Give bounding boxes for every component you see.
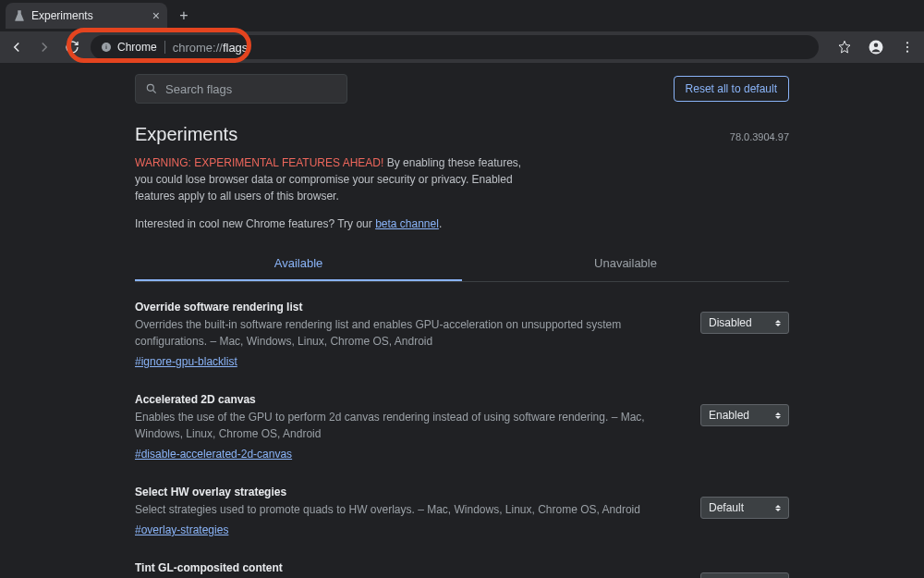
flag-text: Select HW overlay strategiesSelect strat… bbox=[135, 486, 686, 537]
flag-title: Accelerated 2D canvas bbox=[135, 393, 686, 406]
flag-link[interactable]: #ignore-gpu-blacklist bbox=[135, 355, 237, 368]
search-icon bbox=[145, 82, 158, 95]
flag-item: Accelerated 2D canvasEnables the use of … bbox=[135, 393, 789, 461]
flag-description: Enables the use of the GPU to perform 2d… bbox=[135, 409, 686, 442]
browser-window: Experiments × + Chrome chrom bbox=[0, 0, 924, 578]
tab-strip: Experiments × + bbox=[0, 0, 924, 31]
profile-icon[interactable] bbox=[867, 38, 885, 56]
warning-label: WARNING: EXPERIMENTAL FEATURES AHEAD! bbox=[135, 156, 383, 169]
address-bar[interactable]: Chrome chrome://flags bbox=[91, 35, 819, 59]
svg-point-6 bbox=[906, 46, 908, 48]
flag-title: Tint GL-composited content bbox=[135, 561, 686, 574]
chevron-updown-icon bbox=[775, 505, 781, 511]
flag-item: Override software rendering listOverride… bbox=[135, 301, 789, 369]
chevron-updown-icon bbox=[775, 320, 781, 326]
header-row: Experiments 78.0.3904.97 bbox=[135, 124, 789, 145]
svg-point-4 bbox=[874, 43, 879, 48]
content: Reset all to default Experiments 78.0.39… bbox=[135, 63, 789, 578]
top-row: Reset all to default bbox=[135, 74, 789, 104]
flag-title: Select HW overlay strategies bbox=[135, 486, 686, 498]
browser-tab[interactable]: Experiments × bbox=[6, 3, 167, 29]
version-text: 78.0.3904.97 bbox=[730, 131, 789, 142]
menu-icon[interactable] bbox=[898, 38, 917, 56]
flask-icon bbox=[13, 9, 26, 22]
forward-button[interactable] bbox=[35, 38, 54, 56]
tab-unavailable[interactable]: Unavailable bbox=[462, 247, 789, 281]
flag-description: Select strategies used to promote quads … bbox=[135, 501, 686, 518]
flag-link[interactable]: #overlay-strategies bbox=[135, 523, 228, 536]
info-icon bbox=[100, 41, 113, 54]
search-box[interactable] bbox=[135, 74, 347, 104]
tab-bar: Available Unavailable bbox=[135, 247, 789, 282]
page-title: Experiments bbox=[135, 124, 237, 145]
flags-list: Override software rendering listOverride… bbox=[135, 301, 789, 578]
back-button[interactable] bbox=[7, 38, 26, 56]
flag-description: Overrides the built-in software renderin… bbox=[135, 316, 686, 350]
toolbar-right bbox=[835, 38, 917, 56]
reset-all-button[interactable]: Reset all to default bbox=[674, 76, 789, 102]
origin-chip[interactable]: Chrome bbox=[100, 41, 165, 54]
tab-available[interactable]: Available bbox=[135, 247, 462, 281]
flag-text: Override software rendering listOverride… bbox=[135, 301, 686, 369]
svg-rect-1 bbox=[106, 46, 107, 49]
chip-label: Chrome bbox=[117, 41, 157, 54]
url-text: chrome://flags bbox=[173, 41, 249, 55]
close-icon[interactable]: × bbox=[152, 8, 160, 23]
reload-button[interactable] bbox=[63, 38, 81, 56]
flag-link[interactable]: #disable-accelerated-2d-canvas bbox=[135, 448, 292, 461]
flag-text: Accelerated 2D canvasEnables the use of … bbox=[135, 393, 686, 461]
flag-dropdown[interactable]: Default bbox=[700, 497, 789, 519]
toolbar: Chrome chrome://flags bbox=[0, 31, 924, 63]
warning-text: WARNING: EXPERIMENTAL FEATURES AHEAD! By… bbox=[135, 154, 523, 204]
svg-point-7 bbox=[906, 51, 908, 53]
svg-point-8 bbox=[147, 84, 153, 91]
dropdown-value: Default bbox=[709, 501, 744, 514]
new-tab-button[interactable]: + bbox=[173, 5, 195, 27]
dropdown-value: Disabled bbox=[709, 316, 752, 329]
svg-rect-2 bbox=[106, 45, 107, 46]
star-icon[interactable] bbox=[835, 38, 854, 56]
flag-dropdown[interactable]: Disabled bbox=[700, 312, 789, 334]
svg-point-5 bbox=[906, 42, 908, 43]
flag-dropdown[interactable]: Disabled bbox=[700, 572, 789, 578]
beta-channel-text: Interested in cool new Chrome features? … bbox=[135, 217, 789, 230]
flag-item: Select HW overlay strategiesSelect strat… bbox=[135, 486, 789, 537]
flag-text: Tint GL-composited contentTint contents … bbox=[135, 561, 686, 578]
flag-item: Tint GL-composited contentTint contents … bbox=[135, 561, 789, 578]
flag-dropdown[interactable]: Enabled bbox=[700, 404, 789, 426]
beta-channel-link[interactable]: beta channel bbox=[375, 217, 439, 230]
search-input[interactable] bbox=[165, 82, 337, 96]
address-bar-wrap: Chrome chrome://flags bbox=[91, 35, 819, 59]
tab-title: Experiments bbox=[31, 9, 147, 22]
chevron-updown-icon bbox=[775, 412, 781, 419]
dropdown-value: Enabled bbox=[709, 409, 749, 422]
page-body: Reset all to default Experiments 78.0.39… bbox=[0, 63, 924, 578]
flag-title: Override software rendering list bbox=[135, 301, 686, 314]
